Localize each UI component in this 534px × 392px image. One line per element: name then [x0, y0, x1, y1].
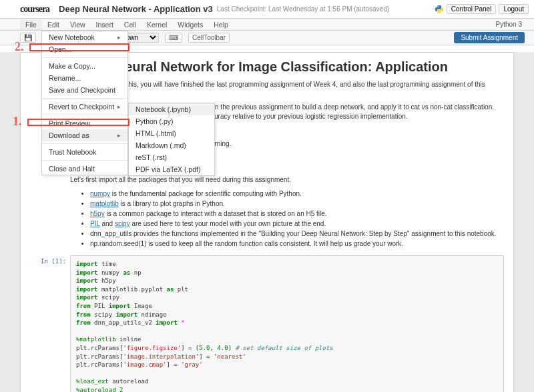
list-item: np.random.seed(1) is used to keep all th… — [90, 239, 504, 249]
annotation-2-label: 2. — [15, 40, 24, 54]
menu-open[interactable]: Open... — [42, 43, 127, 55]
link-pil[interactable]: PIL — [90, 220, 100, 227]
menu-save-label: Save and Checkpoint — [49, 86, 115, 94]
menu-cell[interactable]: Cell — [119, 19, 142, 30]
file-dropdown: New Notebook▸ Open... Make a Copy... Ren… — [41, 31, 128, 175]
notebook-title[interactable]: Deep Neural Network - Application v3 — [59, 4, 213, 14]
divider — [42, 98, 127, 99]
pkg-text: are used here to test your model with yo… — [130, 220, 326, 227]
menu-rename[interactable]: Rename... — [42, 72, 127, 84]
nb-p1: u finish this, you will have finished th… — [103, 80, 504, 99]
menu-print-label: Print Preview — [49, 119, 90, 127]
menu-close-label: Close and Halt — [49, 165, 95, 173]
menu-trust-notebook[interactable]: Trust Notebook — [42, 146, 127, 158]
list-item: matplotlib is a library to plot graphs i… — [90, 199, 504, 209]
pkg-list: numpy is the fundamental package for sci… — [90, 189, 504, 249]
pkg-text: is a library to plot graphs in Python. — [119, 200, 225, 207]
menu-copy-label: Make a Copy... — [49, 62, 95, 70]
cell-prompt: In [1]: — [30, 255, 70, 392]
list-item: numpy is the fundamental package for sci… — [90, 189, 504, 199]
download-ipynb-label: Notebook (.ipynb) — [136, 105, 191, 113]
download-rst[interactable]: reST (.rst) — [129, 151, 214, 163]
list-item: dnn_app_utils provides the functions imp… — [90, 229, 504, 239]
menubar: File Edit View Insert Cell Kernel Widget… — [0, 19, 534, 31]
menu-edit[interactable]: Edit — [42, 19, 65, 30]
download-py[interactable]: Python (.py) — [129, 115, 214, 127]
annotation-1-label: 1. — [13, 115, 22, 129]
menu-new-label: New Notebook — [49, 33, 95, 41]
divider — [42, 115, 127, 115]
menu-help[interactable]: Help — [208, 19, 234, 30]
divider — [42, 57, 127, 58]
chevron-right-icon: ▸ — [117, 132, 121, 139]
nb-p3: Let's first import all the packages that… — [70, 175, 504, 185]
divider — [42, 143, 127, 144]
download-md-label: Markdown (.md) — [136, 141, 186, 149]
menu-trust-label: Trust Notebook — [49, 148, 96, 156]
kernel-indicator: Python 3 — [496, 21, 534, 28]
menu-save-checkpoint[interactable]: Save and Checkpoint — [42, 84, 127, 96]
brand-logo: coursera — [20, 4, 49, 15]
menu-close-halt[interactable]: Close and Halt — [42, 163, 127, 175]
code-cell[interactable]: In [1]: import time import numpy as np i… — [30, 255, 504, 392]
link-scipy[interactable]: scipy — [115, 220, 130, 227]
download-html[interactable]: HTML (.html) — [129, 127, 214, 139]
control-panel-button[interactable]: Control Panel — [447, 4, 497, 14]
menu-file[interactable]: File — [20, 19, 42, 30]
python-icon — [435, 5, 444, 14]
menu-view[interactable]: View — [65, 19, 91, 30]
menu-insert[interactable]: Insert — [91, 19, 119, 30]
app-header: coursera Deep Neural Network - Applicati… — [0, 0, 534, 19]
menu-kernel[interactable]: Kernel — [142, 19, 172, 30]
download-md[interactable]: Markdown (.md) — [129, 139, 214, 151]
divider — [42, 160, 127, 161]
download-rst-label: reST (.rst) — [136, 153, 167, 161]
pkg-text: is a common package to interact with a d… — [105, 210, 327, 217]
link-matplotlib[interactable]: matplotlib — [90, 200, 119, 207]
menu-rename-label: Rename... — [49, 74, 81, 82]
celltoolbar-button[interactable]: CellToolbar — [189, 33, 229, 42]
menu-download-as[interactable]: Download as▸ — [42, 129, 127, 141]
chevron-right-icon: ▸ — [117, 103, 121, 110]
chevron-right-icon: ▸ — [117, 34, 121, 41]
download-ipynb[interactable]: Notebook (.ipynb) — [129, 103, 214, 115]
download-py-label: Python (.py) — [136, 117, 174, 125]
menu-revert-label: Revert to Checkpoint — [49, 103, 114, 111]
pkg-conj: and — [100, 220, 115, 227]
menu-new-notebook[interactable]: New Notebook▸ — [42, 31, 127, 43]
download-pdf-label: PDF via LaTeX (.pdf) — [136, 165, 200, 173]
download-pdf[interactable]: PDF via LaTeX (.pdf) — [129, 163, 214, 175]
menu-revert-checkpoint[interactable]: Revert to Checkpoint▸ — [42, 101, 127, 113]
menu-download-label: Download as — [49, 131, 89, 139]
link-numpy[interactable]: numpy — [90, 190, 110, 197]
menu-widgets[interactable]: Widgets — [172, 19, 208, 30]
logout-button[interactable]: Logout — [499, 4, 529, 14]
list-item: PIL and scipy are used here to test your… — [90, 219, 504, 229]
nb-heading: p Neural Network for Image Classificatio… — [103, 59, 504, 75]
menu-open-label: Open... — [49, 45, 71, 53]
menu-make-copy[interactable]: Make a Copy... — [42, 60, 127, 72]
download-as-submenu: Notebook (.ipynb) Python (.py) HTML (.ht… — [128, 103, 215, 176]
list-item: h5py is a common package to interact wit… — [90, 209, 504, 219]
pkg-text: is the fundamental package for scientifi… — [110, 190, 302, 197]
download-html-label: HTML (.html) — [136, 129, 176, 137]
code-input[interactable]: import time import numpy as np import h5… — [70, 255, 504, 392]
submit-assignment-button[interactable]: Submit Assignment — [454, 32, 525, 43]
menu-print-preview[interactable]: Print Preview — [42, 117, 127, 129]
checkpoint-text: Last Checkpoint: Last Wednesday at 1:56 … — [217, 5, 389, 13]
link-h5py[interactable]: h5py — [90, 210, 105, 217]
keyboard-icon[interactable]: ⌨ — [166, 33, 182, 42]
